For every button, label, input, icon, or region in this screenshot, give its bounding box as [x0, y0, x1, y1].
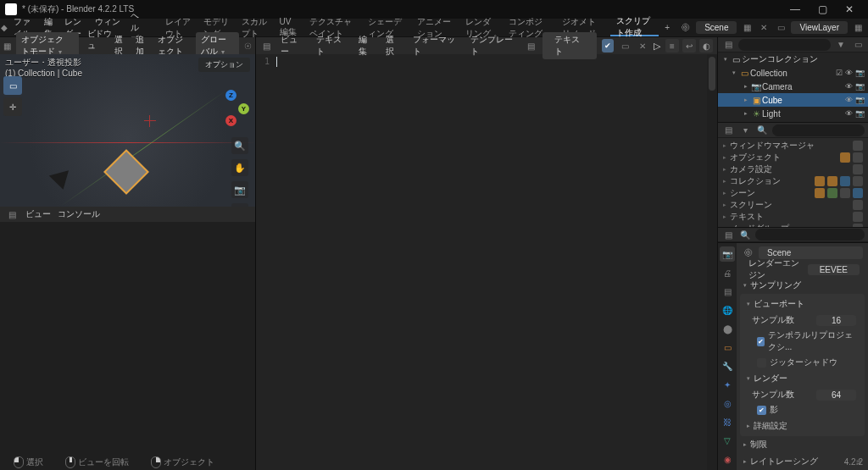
text-area[interactable]: [273, 54, 707, 470]
jitter-checkbox[interactable]: [757, 358, 766, 368]
tool-select-box[interactable]: ▭: [3, 76, 22, 95]
outliner-search[interactable]: [738, 39, 831, 51]
scrollbar[interactable]: [707, 54, 717, 470]
line-numbers-toggle[interactable]: ≡: [665, 39, 679, 53]
close-button[interactable]: ✕: [836, 3, 863, 15]
data-row[interactable]: ▸シーン: [718, 187, 868, 199]
render-icon[interactable]: 📷: [855, 69, 865, 77]
editor-type-icon[interactable]: ▦: [3, 39, 11, 53]
console-menu-console[interactable]: コンソール: [58, 208, 100, 220]
outliner-root[interactable]: ▾▭シーンコレクション: [718, 53, 868, 66]
render-icon[interactable]: 📷: [855, 82, 865, 91]
console-menu-view[interactable]: ビュー: [25, 208, 51, 220]
zoom-icon[interactable]: 🔍: [231, 137, 248, 154]
syntax-toggle[interactable]: ◐: [699, 39, 713, 53]
display-mode-icon[interactable]: ▾: [738, 124, 752, 137]
tool-cursor[interactable]: ✛: [3, 97, 22, 116]
camera-view-icon[interactable]: 📷: [231, 181, 248, 198]
axis-y-icon[interactable]: Y: [238, 103, 249, 114]
ptab-scene[interactable]: 🌐: [720, 302, 735, 318]
text-editor-toolbar: ▤ ビュー テキスト 編集 選択 フォーマット テンプレート ▤ テキスト ✔ …: [256, 37, 717, 54]
register-script-toggle[interactable]: ✔: [602, 39, 614, 53]
blender-icon[interactable]: ◆: [0, 21, 8, 35]
property-tabs: 📷 🖨 ▤ 🌐 ⬤ ▭ 🔧 ✦ ◎ ⛓ ▽ ◉ ▦: [718, 243, 737, 470]
data-search[interactable]: [772, 124, 865, 136]
pivot-icon[interactable]: ☉: [244, 39, 252, 53]
maximize-button[interactable]: ▢: [809, 3, 836, 15]
eye-icon[interactable]: 👁: [845, 96, 853, 104]
scene-new-icon[interactable]: ▦: [740, 21, 754, 35]
ptab-particles[interactable]: ✦: [720, 377, 735, 392]
axis-z-icon[interactable]: Z: [225, 90, 236, 101]
scene-icon[interactable]: 🞋: [679, 21, 693, 35]
unlink-icon[interactable]: ▭: [619, 39, 631, 53]
data-row[interactable]: ▸オブジェクト: [718, 152, 868, 163]
options-button[interactable]: オプション: [198, 58, 250, 72]
ptab-physics[interactable]: ◎: [720, 395, 735, 411]
ptab-object[interactable]: ▭: [720, 340, 735, 355]
new-text-icon[interactable]: ✕: [637, 39, 648, 53]
eye-icon[interactable]: 👁: [845, 82, 853, 91]
shadow-checkbox[interactable]: ✔: [757, 406, 766, 415]
filter-icon[interactable]: ▼: [834, 38, 848, 52]
editor-type-icon[interactable]: ▤: [721, 228, 735, 241]
data-row[interactable]: ▸カメラ設定: [718, 163, 868, 175]
scene-selector[interactable]: Scene: [696, 21, 737, 34]
minimize-button[interactable]: —: [782, 3, 809, 15]
eye-icon[interactable]: 👁: [845, 69, 853, 77]
viewlayer-selector[interactable]: ViewLayer: [791, 21, 848, 34]
render-icon[interactable]: 📷: [855, 96, 865, 104]
section-sampling[interactable]: サンプリング: [750, 279, 801, 291]
ptab-modifiers[interactable]: 🔧: [720, 358, 735, 373]
new-collection-icon[interactable]: ▭: [851, 38, 865, 52]
outliner-item[interactable]: ▸☀Light👁📷: [718, 107, 868, 120]
word-wrap-toggle[interactable]: ↩: [682, 39, 696, 53]
data-row[interactable]: ▸テキスト: [718, 211, 868, 223]
run-script-button[interactable]: ▷: [654, 41, 660, 52]
tool-column: ▭ ✛: [3, 76, 22, 116]
data-row[interactable]: ▸ウィンドウマネージャ: [718, 140, 868, 152]
ptab-output[interactable]: 🖨: [720, 265, 735, 280]
properties-search[interactable]: [755, 229, 865, 241]
ptab-viewlayer[interactable]: ▤: [720, 284, 735, 299]
python-console[interactable]: PYTHON INTERACTIVE CONSOLE 3.11.7 (main,…: [0, 222, 255, 470]
ptab-material[interactable]: ◉: [720, 451, 735, 467]
outliner-collection[interactable]: ▾▭Collection☑👁📷: [718, 66, 868, 80]
workspace-tab[interactable]: スカルプト: [236, 19, 274, 36]
workspace-tab-active[interactable]: スクリプト作成: [610, 19, 659, 36]
axis-x-icon[interactable]: X: [225, 115, 236, 126]
pan-icon[interactable]: ✋: [231, 159, 248, 176]
eye-icon[interactable]: 👁: [845, 109, 853, 118]
workspace-add-button[interactable]: +: [659, 19, 676, 36]
ptab-world[interactable]: ⬤: [720, 321, 735, 336]
rd-samples-value[interactable]: 64: [816, 390, 856, 401]
viewlayer-new-icon[interactable]: ▦: [851, 21, 865, 35]
render-icon[interactable]: 📷: [855, 109, 865, 118]
restrict-icon[interactable]: ☑: [836, 69, 843, 77]
data-row[interactable]: ▸スクリーン: [718, 199, 868, 211]
perspective-icon[interactable]: ▦: [231, 203, 248, 207]
editor-type-icon[interactable]: ▤: [721, 38, 735, 52]
outliner-item-selected[interactable]: ▸▣Cube👁📷: [718, 93, 868, 107]
temporal-checkbox[interactable]: ✔: [757, 337, 765, 346]
section-render[interactable]: レンダー: [754, 373, 787, 384]
section-advanced[interactable]: 詳細設定: [754, 420, 787, 432]
scene-delete-icon[interactable]: ✕: [757, 21, 771, 35]
section-viewport[interactable]: ビューポート: [754, 298, 804, 310]
outliner-item[interactable]: ▸📷Camera👁📷: [718, 80, 868, 93]
editor-type-icon[interactable]: ▤: [260, 39, 272, 53]
ptab-constraints[interactable]: ⛓: [720, 414, 735, 429]
editor-type-icon[interactable]: ▤: [5, 207, 19, 221]
text-data-icon[interactable]: ▤: [525, 39, 537, 53]
render-engine-dropdown[interactable]: EEVEE: [808, 264, 860, 275]
navigation-gizmo[interactable]: Z Y X: [213, 90, 250, 127]
vp-samples-value[interactable]: 16: [816, 315, 856, 326]
viewport-3d[interactable]: ▦ オブジェクトモード ビュー 選択 追加 オブジェクト グローバル ☉ ユーザ…: [0, 37, 255, 207]
ptab-render[interactable]: 📷: [720, 246, 735, 262]
viewport-canvas[interactable]: ユーザー・透視投影 (1) Collection | Cube オプション ▭ …: [0, 54, 255, 207]
editor-type-icon[interactable]: ▤: [721, 124, 735, 137]
ptab-data[interactable]: ▽: [720, 433, 735, 448]
section-collapsed[interactable]: ▸制限: [737, 436, 868, 453]
viewlayer-icon[interactable]: ▭: [774, 21, 787, 35]
data-row[interactable]: ▸コレクション: [718, 175, 868, 187]
